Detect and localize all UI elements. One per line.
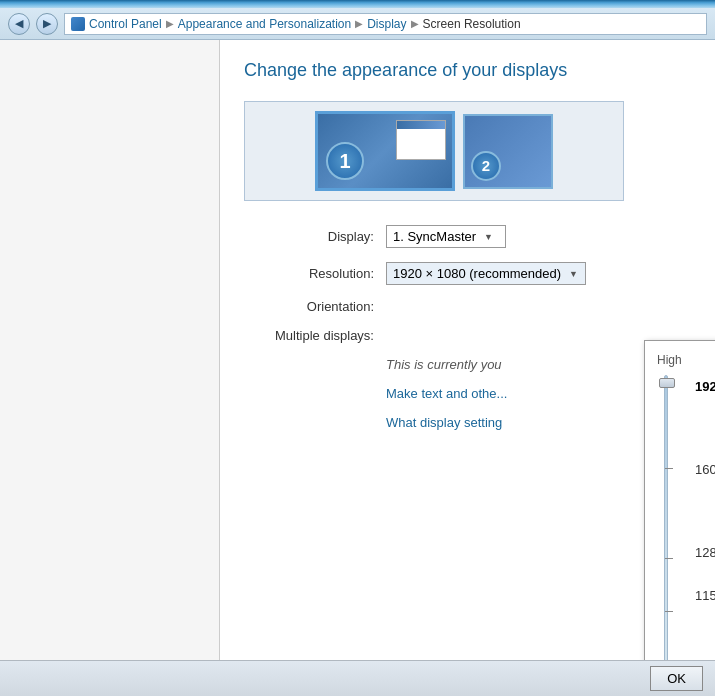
breadcrumb-control-panel[interactable]: Control Panel [89,17,162,31]
multiple-displays-label: Multiple displays: [244,328,374,343]
breadcrumb-sep-2: ▶ [355,18,363,29]
breadcrumb-appearance[interactable]: Appearance and Personalization [178,17,351,31]
orientation-label: Orientation: [244,299,374,314]
resolution-option-3[interactable]: 1152 × 648 [687,584,715,607]
currently-row: This is currently you [244,357,691,372]
what-display-link[interactable]: What display setting [386,415,502,430]
display-1-number: 1 [326,142,364,180]
mini-window-1 [396,120,446,160]
bottom-bar: OK [0,660,715,696]
resolution-option-0[interactable]: 1920 × 1080 (recommended) [687,375,715,398]
slider-container: 1920 × 1080 (recommended) 1600 × 900 128… [645,371,715,660]
resolution-option-2[interactable]: 1280 × 720 [687,541,715,564]
resolution-dropdown[interactable]: 1920 × 1080 (recommended) ▼ [386,262,586,285]
tick-2 [665,468,673,469]
display-dropdown[interactable]: 1. SyncMaster ▼ [386,225,506,248]
breadcrumb-sep-1: ▶ [166,18,174,29]
slider-thumb[interactable] [659,378,675,388]
popup-high-label: High [645,349,715,371]
resolution-dropdown-value: 1920 × 1080 (recommended) [393,266,561,281]
orientation-row: Orientation: [244,299,691,314]
display-label: Display: [244,229,374,244]
breadcrumb-bar: Control Panel ▶ Appearance and Personali… [64,13,707,35]
resolution-row: Resolution: 1920 × 1080 (recommended) ▼ [244,262,691,285]
resolution-option-1[interactable]: 1600 × 900 [687,458,715,481]
panel-title: Change the appearance of your displays [244,60,691,81]
address-bar: ◀ ▶ Control Panel ▶ Appearance and Perso… [0,8,715,40]
multiple-displays-row: Multiple displays: [244,328,691,343]
display-thumbnails-area: 1 2 [244,101,624,201]
breadcrumb-current: Screen Resolution [423,17,521,31]
slider-track [657,375,675,660]
resolution-popup: High 1920 × 1080 (recommended) 1600 × 90… [644,340,715,660]
tick-3 [665,558,673,559]
currently-text: This is currently you [386,357,502,372]
display-dropdown-arrow: ▼ [484,232,493,242]
slider-line[interactable] [664,375,668,660]
control-panel-icon [71,17,85,31]
resolution-label: Resolution: [244,266,374,281]
sidebar [0,40,220,660]
tick-4 [665,611,673,612]
display-dropdown-value: 1. SyncMaster [393,229,476,244]
mini-window-bar-1 [397,121,445,129]
make-text-row: Make text and othe... [244,386,691,401]
main-content: Change the appearance of your displays 1… [0,40,715,660]
back-button[interactable]: ◀ [8,13,30,35]
display-2-number: 2 [471,151,501,181]
display-2-preview: 2 [463,114,553,189]
resolution-dropdown-arrow: ▼ [569,269,578,279]
forward-button[interactable]: ▶ [36,13,58,35]
panel: Change the appearance of your displays 1… [220,40,715,660]
top-gradient-bar [0,0,715,8]
display-1-preview: 1 [315,111,455,191]
display-1-thumb[interactable]: 1 [315,111,455,191]
display-2-thumb[interactable]: 2 [463,114,553,189]
make-text-link[interactable]: Make text and othe... [386,386,507,401]
display-row: Display: 1. SyncMaster ▼ [244,225,691,248]
breadcrumb-sep-3: ▶ [411,18,419,29]
breadcrumb-display[interactable]: Display [367,17,406,31]
what-display-row: What display setting [244,415,691,430]
resolution-options: 1920 × 1080 (recommended) 1600 × 900 128… [687,375,715,660]
ok-button[interactable]: OK [650,666,703,691]
tick-1 [665,378,673,379]
